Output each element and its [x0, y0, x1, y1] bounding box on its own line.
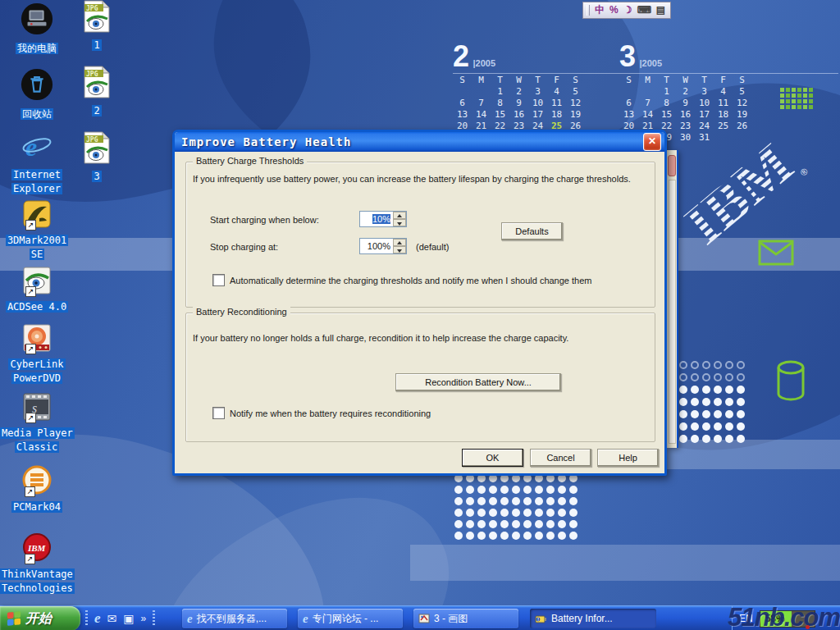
taskbar-task-ie-server-not-found[interactable]: e 找不到服务器,... — [182, 609, 287, 628]
icon-label: Internet Explorer — [11, 169, 62, 194]
shortcut-arrow: ↗ — [25, 286, 36, 297]
close-button[interactable]: ✕ — [643, 133, 661, 151]
icon-label: CyberLink PowerDVD — [8, 358, 65, 384]
desktop-icon-pcmark04[interactable]: ↗ PCMark04 — [0, 465, 74, 514]
desktop-icon-media-player-classic[interactable]: s ↗ Media Player Classic — [0, 393, 74, 454]
desktop-icon-internet-explorer[interactable]: e Internet Explorer — [0, 131, 74, 195]
start-charging-label: Start charging when below: — [210, 215, 319, 225]
desktop-icon-jpg-3[interactable]: JPG 3 — [72, 131, 121, 183]
task-label: 找不到服务器,... — [197, 612, 267, 626]
taskbar-task-battery-information[interactable]: ! Battery Infor... — [530, 609, 656, 628]
language-bar-grip[interactable] — [587, 5, 590, 16]
shortcut-arrow: ↗ — [25, 554, 35, 564]
windows-flag-icon — [7, 610, 21, 627]
quick-launch-grip[interactable] — [153, 610, 155, 627]
svg-text:JPG: JPG — [86, 5, 98, 12]
quick-launch-grip[interactable] — [85, 610, 88, 627]
group-title: Battery Reconditioning — [193, 307, 290, 317]
desktop-icon-powerdvd[interactable]: ↗ CyberLink PowerDVD — [0, 324, 74, 385]
spin-down-button[interactable] — [393, 219, 406, 226]
quick-launch-overflow-chevron-icon[interactable]: » — [141, 607, 147, 630]
icon-label: PCMark04 — [11, 501, 62, 513]
start-button[interactable]: 开始 — [0, 606, 80, 630]
jpg-file-icon: JPG — [83, 66, 111, 102]
desktop-icon-thinkvantage[interactable]: IBM ↗ ThinkVantage Technologies — [0, 532, 74, 595]
quick-launch-internet-explorer-icon[interactable]: e — [94, 607, 101, 630]
shortcut-arrow: ↗ — [25, 486, 35, 497]
help-button[interactable]: Help — [597, 449, 659, 467]
jpg-file-icon: JPG — [83, 131, 111, 167]
ime-punctuation-icon[interactable]: % — [609, 3, 619, 17]
dot-grid-right — [668, 361, 748, 447]
shortcut-arrow: ↗ — [25, 344, 36, 354]
calendar-month-number: 2 — [453, 39, 469, 73]
task-label: 专门网论坛 - ... — [313, 612, 379, 626]
calendar-february-2005: 2 |2005 SMTWTFS1234567891011121314151617… — [453, 43, 585, 144]
icon-label: 回收站 — [21, 108, 53, 120]
battery-icon: ! — [535, 613, 547, 624]
background-window-scrollbar-fragment[interactable] — [669, 180, 676, 444]
desktop-icon-jpg-2[interactable]: JPG 2 — [72, 66, 121, 117]
dialog-titlebar[interactable]: Improve Battery Health ✕ — [175, 132, 664, 152]
desktop-icon-my-computer[interactable]: 我的电脑 — [0, 2, 74, 55]
stop-charging-spinner[interactable]: 100% — [359, 238, 407, 254]
spin-up-button[interactable] — [393, 239, 406, 246]
svg-text:e: e — [25, 132, 37, 162]
improve-battery-health-dialog: Improve Battery Health ✕ Battery Charge … — [172, 130, 667, 476]
svg-text:IBM: IBM — [27, 543, 47, 553]
green-grid-icon — [780, 88, 813, 109]
taskbar-task-ie-forum[interactable]: e 专门网论坛 - ... — [298, 609, 403, 628]
stop-charging-label: Stop charging at: — [210, 242, 278, 252]
desktop-icon-acdsee[interactable]: ↗ ACDSee 4.0 — [0, 267, 74, 313]
taskbar: 开始 e ✉ ▣ » e 找不到服务器,... e 专门网论坛 - ... 3 … — [0, 605, 840, 630]
close-icon: ✕ — [648, 135, 656, 147]
default-note: (default) — [416, 242, 449, 252]
taskbar-task-paint[interactable]: 3 - 画图 — [413, 609, 518, 628]
ime-chinese-icon[interactable]: 中 — [595, 3, 605, 17]
ok-button[interactable]: OK — [462, 449, 523, 467]
battery-charge-thresholds-group: Battery Charge Thresholds If you infrequ… — [185, 162, 655, 308]
icon-label: 我的电脑 — [16, 43, 58, 54]
svg-text:JPG: JPG — [86, 71, 98, 78]
envelope-icon — [758, 240, 794, 266]
icon-label: 1 — [92, 39, 101, 51]
3dmark2001-icon: ↗ — [23, 200, 51, 231]
ime-menu-icon[interactable]: ▤ — [656, 3, 665, 17]
svg-text:JPG: JPG — [86, 136, 98, 144]
spin-up-button[interactable] — [393, 212, 406, 219]
notify-reconditioning-checkbox[interactable] — [212, 407, 225, 419]
my-computer-icon — [20, 2, 54, 39]
quick-launch-outlook-icon[interactable]: ✉ — [107, 607, 117, 630]
dot-grid-bottom — [454, 474, 581, 543]
group-description: If you infrequently use battery power, y… — [193, 174, 649, 184]
start-button-label: 开始 — [25, 610, 52, 628]
start-charging-spinner[interactable]: 10% — [359, 211, 407, 227]
calendar-month-number: 3 — [619, 39, 636, 73]
desktop: 2 |2005 SMTWTFS1234567891011121314151617… — [0, 0, 840, 630]
spin-down-button[interactable] — [393, 246, 406, 253]
quick-launch-show-desktop-icon[interactable]: ▣ — [123, 607, 134, 630]
recondition-battery-button[interactable]: Recondition Battery Now... — [395, 373, 561, 391]
icon-label: 2 — [92, 105, 101, 116]
defaults-button[interactable]: Defaults — [501, 222, 563, 240]
acdsee-icon: ↗ — [23, 267, 51, 298]
task-label: 3 - 画图 — [434, 612, 468, 626]
pcmark04-icon: ↗ — [22, 465, 52, 498]
group-title: Battery Charge Thresholds — [193, 156, 307, 166]
desktop-icon-3dmark2001[interactable]: ↗ 3DMark2001 SE — [0, 200, 74, 261]
battery-reconditioning-group: Battery Reconditioning If your battery n… — [185, 313, 655, 442]
auto-determine-checkbox-label: Automatically determine the charging thr… — [230, 276, 591, 285]
cancel-button[interactable]: Cancel — [530, 449, 591, 467]
ime-fullwidth-moon-icon[interactable]: ☽ — [623, 3, 632, 17]
ime-keyboard-icon[interactable]: ⌨ — [637, 3, 651, 17]
auto-determine-checkbox[interactable] — [212, 274, 225, 286]
icon-label: 3DMark2001 SE — [6, 235, 68, 260]
desktop-icon-jpg-1[interactable]: JPG 1 — [72, 0, 121, 52]
paint-icon — [418, 613, 430, 624]
icon-label: ACDSee 4.0 — [6, 301, 68, 313]
language-bar[interactable]: 中 % ☽ ⌨ ▤ — [582, 2, 671, 19]
dialog-body: Battery Charge Thresholds If you infrequ… — [175, 152, 664, 473]
desktop-icon-recycle-bin[interactable]: 回收站 — [0, 67, 74, 121]
calendar-year: |2005 — [639, 58, 662, 68]
background-window-edge[interactable] — [667, 150, 678, 448]
